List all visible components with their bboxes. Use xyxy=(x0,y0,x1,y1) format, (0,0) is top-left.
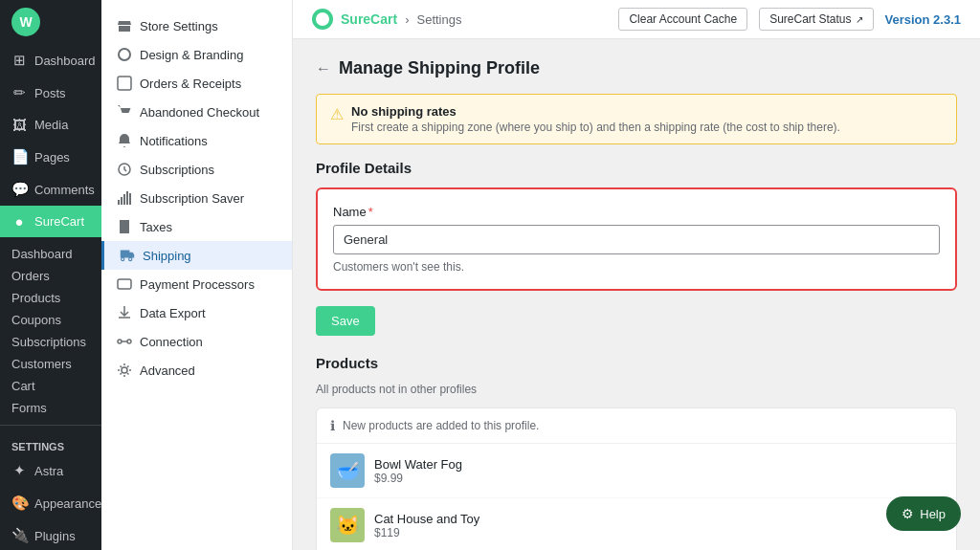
comments-icon: 💬 xyxy=(11,181,27,198)
svg-rect-1 xyxy=(118,200,120,205)
svg-rect-2 xyxy=(121,197,122,205)
sc-nav-store-settings[interactable]: Store Settings xyxy=(101,11,292,40)
name-field-hint: Customers won't see this. xyxy=(333,260,940,274)
product-item-bowl[interactable]: 🥣 Bowl Water Fog $9.99 xyxy=(317,444,956,498)
top-bar-right: Clear Account Cache SureCart Status ↗ Ve… xyxy=(618,8,961,31)
save-button[interactable]: Save xyxy=(316,306,375,336)
version-label: Version 2.3.1 xyxy=(885,12,962,27)
subnav-forms[interactable]: Forms xyxy=(11,397,90,419)
help-button[interactable]: ⚙ Help xyxy=(886,496,961,531)
sc-nav-connection[interactable]: Connection xyxy=(101,327,292,356)
alert-title: No shipping rates xyxy=(351,104,840,119)
subnav-orders[interactable]: Orders xyxy=(11,265,90,287)
wp-sidebar: W ⊞ Dashboard ✏ Posts 🖼 Media 📄 Pages 💬 … xyxy=(0,0,101,550)
product-price-bowl: $9.99 xyxy=(374,472,462,485)
help-icon: ⚙ xyxy=(902,506,914,521)
payment-icon xyxy=(117,276,132,292)
posts-icon: ✏ xyxy=(11,84,27,101)
svg-rect-4 xyxy=(126,191,128,205)
nav-plugins[interactable]: 🔌 Plugins xyxy=(0,519,101,550)
product-thumb-bowl: 🥣 xyxy=(330,453,365,488)
info-circle-icon: ℹ xyxy=(330,418,335,433)
page-header: ← Manage Shipping Profile xyxy=(316,58,957,78)
sc-nav-notifications[interactable]: Notifications xyxy=(101,126,292,155)
product-price-cat: $119 xyxy=(374,526,479,539)
nav-pages[interactable]: 📄 Pages xyxy=(0,141,101,173)
settings-section-label: Settings xyxy=(0,429,101,454)
nav-surecart[interactable]: ● SureCart xyxy=(0,206,101,237)
product-image-cat: 🐱 xyxy=(336,514,360,537)
required-indicator: * xyxy=(368,205,373,219)
sc-nav-abandoned-checkout[interactable]: Abandoned Checkout xyxy=(101,98,292,126)
plugins-icon: 🔌 xyxy=(11,527,27,544)
sc-nav-subscription-saver[interactable]: Subscription Saver xyxy=(101,184,292,212)
subnav-customers[interactable]: Customers xyxy=(11,353,90,375)
sc-nav-data-export[interactable]: Data Export xyxy=(101,298,292,327)
advanced-icon xyxy=(117,363,132,378)
svg-point-10 xyxy=(127,340,131,343)
sc-nav-shipping[interactable]: Shipping xyxy=(101,241,292,270)
svg-point-6 xyxy=(122,257,124,260)
alert-description: First create a shipping zone (where you … xyxy=(351,121,840,134)
surecart-icon: ● xyxy=(11,213,27,230)
subnav-subscriptions[interactable]: Subscriptions xyxy=(11,331,90,353)
top-bar: SureCart › Settings Clear Account Cache … xyxy=(293,0,980,39)
svg-rect-3 xyxy=(123,194,125,205)
warning-icon: ⚠ xyxy=(330,105,344,123)
external-link-icon: ↗ xyxy=(856,14,863,25)
svg-rect-0 xyxy=(118,77,131,90)
surecart-brand-name: SureCart xyxy=(341,11,397,27)
nav-dashboard[interactable]: ⊞ Dashboard xyxy=(0,44,101,77)
svg-point-11 xyxy=(122,367,127,373)
sc-nav-orders[interactable]: Orders & Receipts xyxy=(101,69,292,98)
sc-nav-design[interactable]: Design & Branding xyxy=(101,40,292,69)
sc-nav-subscriptions[interactable]: Subscriptions xyxy=(101,155,292,184)
bell-icon xyxy=(117,133,132,148)
product-name-bowl: Bowl Water Fog xyxy=(374,457,462,472)
surecart-status-button[interactable]: SureCart Status ↗ xyxy=(759,8,873,31)
surecart-settings-sidebar: Store Settings Design & Branding Orders … xyxy=(101,0,293,550)
svg-point-7 xyxy=(129,257,132,260)
shipping-icon xyxy=(120,248,135,263)
product-image-bowl: 🥣 xyxy=(336,459,360,482)
page-title: Manage Shipping Profile xyxy=(339,58,540,78)
products-subtitle: All products not in other profiles xyxy=(316,383,957,396)
nav-appearance[interactable]: 🎨 Appearance xyxy=(0,487,101,519)
surecart-sub-section: Dashboard Orders Products Coupons Subscr… xyxy=(0,237,101,421)
products-section-title: Products xyxy=(316,355,957,371)
orders-icon xyxy=(117,76,132,91)
sc-nav-taxes[interactable]: Taxes xyxy=(101,212,292,241)
subnav-products[interactable]: Products xyxy=(11,287,90,309)
subnav-dashboard[interactable]: Dashboard xyxy=(11,243,90,265)
design-icon xyxy=(117,47,132,62)
subnav-cart[interactable]: Cart xyxy=(11,375,90,397)
no-shipping-rates-alert: ⚠ No shipping rates First create a shipp… xyxy=(316,94,957,144)
wp-logo: W xyxy=(11,8,40,36)
product-thumb-cat: 🐱 xyxy=(330,508,365,542)
clear-cache-button[interactable]: Clear Account Cache xyxy=(618,8,747,31)
dashboard-icon: ⊞ xyxy=(11,52,27,69)
breadcrumb-settings: Settings xyxy=(416,12,461,27)
nav-posts[interactable]: ✏ Posts xyxy=(0,77,101,109)
name-input[interactable] xyxy=(333,225,940,254)
export-icon xyxy=(117,305,132,320)
back-button[interactable]: ← xyxy=(316,60,331,77)
breadcrumb-separator: › xyxy=(405,12,409,27)
products-info-bar: ℹ New products are added to this profile… xyxy=(317,408,956,444)
profile-details-title: Profile Details xyxy=(316,160,957,176)
sc-nav-advanced[interactable]: Advanced xyxy=(101,356,292,385)
abandoned-cart-icon xyxy=(117,104,132,120)
sc-nav-payment[interactable]: Payment Processors xyxy=(101,270,292,298)
nav-media[interactable]: 🖼 Media xyxy=(0,109,101,141)
product-item-cat[interactable]: 🐱 Cat House and Toy $119 xyxy=(317,498,956,550)
name-field-label: Name * xyxy=(333,205,940,219)
subscriptions-icon xyxy=(117,162,132,177)
main-content-area: ← Manage Shipping Profile ⚠ No shipping … xyxy=(293,39,980,550)
nav-comments[interactable]: 💬 Comments xyxy=(0,173,101,206)
astra-icon: ✦ xyxy=(11,462,27,479)
subnav-coupons[interactable]: Coupons xyxy=(11,309,90,331)
nav-astra[interactable]: ✦ Astra xyxy=(0,454,101,487)
products-card: ℹ New products are added to this profile… xyxy=(316,407,957,550)
profile-details-card: Name * Customers won't see this. xyxy=(316,187,957,291)
svg-point-9 xyxy=(118,340,122,343)
